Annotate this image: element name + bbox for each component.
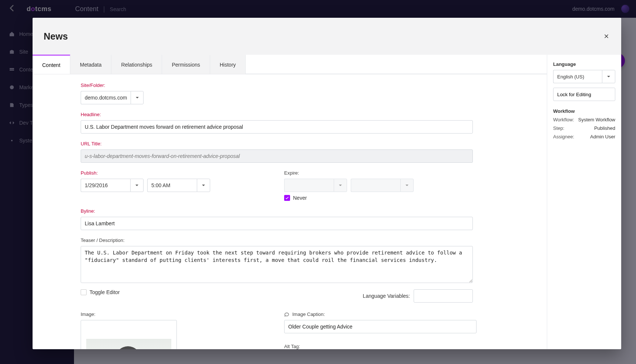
form: Site/Folder: demo.dotcms.com Headline: U…: [70, 74, 484, 349]
toggle-editor-checkbox[interactable]: [81, 289, 87, 295]
modal-header: News: [33, 18, 621, 55]
image-preview[interactable]: [81, 320, 177, 349]
lang-vars-input[interactable]: [414, 289, 473, 303]
image-label: Image:: [81, 311, 273, 317]
expire-date-value: [284, 179, 334, 192]
field-publish: Publish: 1/29/2016 5:00 AM: [81, 170, 273, 192]
tab-fill: [246, 55, 547, 74]
chevron-down-icon: [400, 179, 414, 192]
close-icon: [603, 33, 610, 40]
step-row: Step: Published: [553, 125, 615, 131]
modal-title: News: [44, 31, 68, 42]
never-checkbox[interactable]: [284, 195, 290, 201]
chevron-down-icon: [334, 179, 347, 192]
assignee-row: Assignee: Admin User: [553, 134, 615, 139]
right-rail: Language English (US) Lock for Editing W…: [547, 55, 621, 349]
workflow-label: Workflow:: [553, 117, 574, 122]
tab-permissions[interactable]: Permissions: [162, 55, 210, 74]
publish-date-select[interactable]: 1/29/2016: [81, 179, 144, 192]
field-image: Image:: [81, 311, 273, 349]
publish-time-value: 5:00 AM: [147, 179, 197, 192]
language-heading: Language: [553, 61, 615, 67]
modal-body: Content Metadata Relationships Permissio…: [33, 55, 621, 349]
byline-input[interactable]: [81, 217, 473, 230]
field-site-folder: Site/Folder: demo.dotcms.com: [81, 82, 473, 104]
image-caption-label: Image Caption:: [284, 311, 477, 317]
teaser-textarea[interactable]: [81, 246, 473, 283]
headline-input[interactable]: [81, 120, 473, 134]
alt-tag-label: Alt Tag:: [284, 344, 477, 349]
field-headline: Headline:: [81, 112, 473, 134]
workflow-row: Workflow: System Workflow: [553, 117, 615, 122]
image-placeholder: [86, 339, 171, 349]
chevron-down-icon: [602, 70, 615, 83]
toggle-editor-label: Toggle Editor: [90, 289, 120, 295]
tab-history[interactable]: History: [210, 55, 246, 74]
language-select[interactable]: English (US): [553, 70, 615, 83]
assignee-value: Admin User: [590, 134, 615, 139]
field-url-title: URL Title:: [81, 141, 473, 163]
byline-label: Byline:: [81, 208, 473, 214]
caption-label-text: Image Caption:: [292, 311, 325, 317]
tab-relationships[interactable]: Relationships: [111, 55, 162, 74]
url-title-label: URL Title:: [81, 141, 473, 146]
field-byline: Byline:: [81, 208, 473, 230]
site-folder-select[interactable]: demo.dotcms.com: [81, 91, 144, 104]
language-value: English (US): [553, 70, 602, 83]
headline-label: Headline:: [81, 112, 473, 117]
close-button[interactable]: [600, 30, 613, 43]
field-expire: Expire:: [284, 170, 477, 201]
workflow-heading: Workflow: [553, 108, 615, 114]
field-image-caption: Image Caption:: [284, 311, 477, 333]
expire-label: Expire:: [284, 170, 477, 176]
expire-date-select[interactable]: [284, 179, 347, 192]
url-title-input[interactable]: [81, 149, 473, 163]
lock-label: Lock for Editing: [557, 92, 591, 97]
check-icon: [285, 196, 289, 200]
site-folder-label: Site/Folder:: [81, 82, 473, 88]
chevron-down-icon: [131, 91, 144, 104]
publish-label: Publish:: [81, 170, 273, 176]
publish-date-value: 1/29/2016: [81, 179, 130, 192]
step-value: Published: [594, 125, 615, 131]
never-label: Never: [293, 195, 307, 201]
workflow-value: System Workflow: [578, 117, 615, 122]
publish-time-select[interactable]: 5:00 AM: [147, 179, 210, 192]
expire-time-select[interactable]: [351, 179, 414, 192]
chevron-down-icon: [197, 179, 210, 192]
lock-for-editing-button[interactable]: Lock for Editing: [553, 88, 615, 101]
chevron-down-icon: [130, 179, 144, 192]
lang-vars-label: Language Variables:: [363, 293, 410, 299]
modal: News Content Metadata Relationships Perm…: [33, 18, 621, 349]
step-label: Step:: [553, 125, 564, 131]
field-teaser: Teaser / Description:: [81, 237, 473, 284]
tabs: Content Metadata Relationships Permissio…: [33, 55, 547, 74]
tab-content[interactable]: Content: [33, 55, 70, 74]
main-panel: Content Metadata Relationships Permissio…: [33, 55, 547, 349]
speech-icon: [284, 312, 289, 317]
assignee-label: Assignee:: [553, 134, 574, 139]
teaser-label: Teaser / Description:: [81, 237, 473, 243]
site-folder-value: demo.dotcms.com: [81, 91, 131, 104]
tab-metadata[interactable]: Metadata: [70, 55, 111, 74]
expire-time-value: [351, 179, 400, 192]
image-caption-input[interactable]: [284, 320, 477, 333]
field-alt-tag: Alt Tag:: [284, 344, 477, 349]
